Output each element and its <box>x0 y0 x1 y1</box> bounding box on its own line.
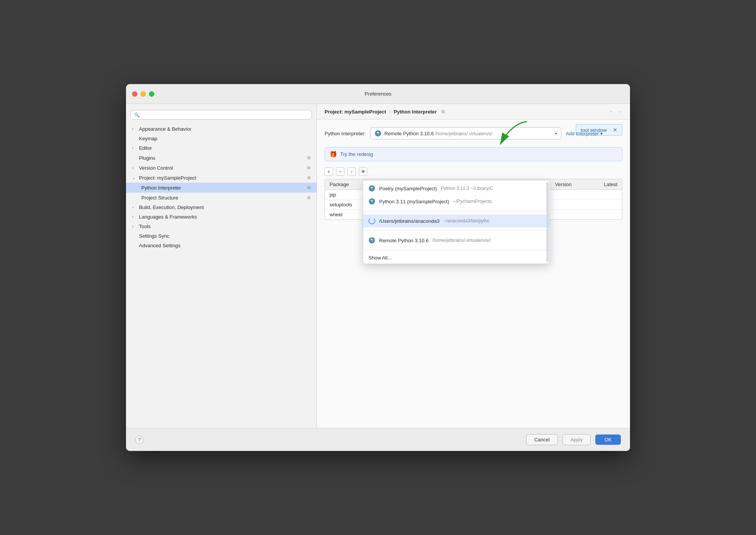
sidebar-item-advanced[interactable]: Advanced Settings <box>126 241 317 250</box>
maximize-button[interactable] <box>149 91 154 97</box>
sidebar-item-label: Plugins <box>139 155 304 161</box>
eye-icon: 👁 <box>361 169 366 175</box>
gift-icon: 🎁 <box>330 151 337 158</box>
search-bar[interactable]: 🔍 <box>131 110 312 120</box>
right-panel: Project: mySampleProject › Python Interp… <box>317 104 630 428</box>
dropdown-item-path: Python 3.11.3 ~/Library/C <box>441 186 493 191</box>
settings-icon: ⚙ <box>306 165 312 171</box>
chevron-down-icon: ⌄ <box>132 176 137 180</box>
dropdown-chevron-icon: ▾ <box>555 131 557 136</box>
nav-arrows: ← → <box>609 109 622 115</box>
svg-point-9 <box>372 202 373 203</box>
chevron-right-icon: › <box>132 205 137 209</box>
dropdown-item-path: ~/PycharmProjects, <box>453 199 493 204</box>
svg-point-3 <box>378 134 379 135</box>
close-button[interactable] <box>132 91 137 97</box>
copy-path-icon[interactable]: ⧉ <box>441 109 445 114</box>
help-button[interactable]: ? <box>135 436 144 444</box>
window-title: Preferences <box>365 91 391 97</box>
dropdown-scrollbar[interactable] <box>546 182 549 262</box>
sidebar-item-appearance[interactable]: › Appearance & Behavior <box>126 124 317 134</box>
dropdown-item-name: /Users/jetbrains/anaconda3 <box>379 218 439 224</box>
sidebar-item-label: Keymap <box>139 136 312 141</box>
packages-toolbar: + − ↑ 👁 <box>325 167 622 176</box>
interpreter-dropdown-popup: Poetry (mySampleProject) Python 3.11.3 ~… <box>363 180 550 264</box>
add-interpreter-label: Add Interpreter <box>566 131 599 136</box>
dropdown-show-all[interactable]: Show All... <box>363 252 549 264</box>
dropdown-item-remote[interactable]: Remote Python 3.10.6 /home/jetbrains/.vi… <box>363 234 549 247</box>
panel-body: tool window ✕ Python Interpreter: <box>317 120 630 428</box>
col-latest-header: Latest <box>572 182 617 187</box>
svg-point-11 <box>371 239 372 240</box>
sidebar-item-label: Project: mySampleProject <box>139 175 304 181</box>
svg-point-8 <box>371 200 372 201</box>
remove-package-button[interactable]: − <box>336 167 344 176</box>
main-content: 🔍 › Appearance & Behavior Keymap › Edito… <box>126 104 630 428</box>
sidebar-item-project-structure[interactable]: Project Structure ⚙ <box>126 193 317 203</box>
minimize-button[interactable] <box>141 91 146 97</box>
upload-package-button[interactable]: ↑ <box>347 167 356 176</box>
interpreter-dropdown[interactable]: Remote Python 3.10.6 /home/jetbrains/.vi… <box>370 127 561 139</box>
sidebar-item-label: Python Interpreter <box>141 185 304 191</box>
sidebar-item-languages[interactable]: › Languages & Frameworks <box>126 212 317 222</box>
add-package-button[interactable]: + <box>325 167 333 176</box>
chevron-right-icon: › <box>132 127 137 131</box>
add-icon: + <box>327 169 330 175</box>
sidebar-item-label: Tools <box>139 224 312 229</box>
sidebar-item-settings-sync[interactable]: Settings Sync <box>126 231 317 241</box>
dropdown-section-3: Remote Python 3.10.6 /home/jetbrains/.vi… <box>363 232 549 248</box>
dropdown-item-python311[interactable]: Python 3.11 (mySampleProject) ~/PycharmP… <box>363 195 549 208</box>
sidebar-item-label: Project Structure <box>141 195 304 201</box>
bottom-bar: ? Cancel Apply OK <box>126 428 630 451</box>
sidebar-item-label: Build, Execution, Deployment <box>139 204 312 210</box>
show-all-label: Show All... <box>368 255 392 261</box>
dropdown-section-1: Poetry (mySampleProject) Python 3.11.3 ~… <box>363 180 549 209</box>
sidebar-item-project[interactable]: ⌄ Project: mySampleProject ⚙ <box>126 173 317 183</box>
nav-back-icon[interactable]: ← <box>609 109 614 115</box>
sidebar-item-label: Version Control <box>139 165 304 171</box>
apply-button[interactable]: Apply <box>562 434 591 445</box>
sidebar-item-label: Languages & Frameworks <box>139 214 312 220</box>
dropdown-section-2: /Users/jetbrains/anaconda3 ~/anaconda3/b… <box>363 213 549 229</box>
sidebar-item-label: Editor <box>139 145 312 151</box>
python-icon <box>368 237 375 244</box>
sidebar-item-version-control[interactable]: › Version Control ⚙ <box>126 163 317 173</box>
loading-icon <box>368 217 375 224</box>
sidebar-item-build[interactable]: › Build, Execution, Deployment <box>126 203 317 212</box>
breadcrumb-current: Python Interpreter <box>394 109 437 115</box>
sidebar-item-keymap[interactable]: Keymap <box>126 134 317 143</box>
breadcrumb: Project: mySampleProject › Python Interp… <box>317 104 630 120</box>
sidebar: 🔍 › Appearance & Behavior Keymap › Edito… <box>126 104 317 428</box>
dropdown-item-path: /home/jetbrains/.virtualenvs/r <box>432 238 491 243</box>
dropdown-separator <box>363 211 549 211</box>
add-interpreter-button[interactable]: Add Interpreter ▾ <box>566 131 603 136</box>
sidebar-item-editor[interactable]: › Editor <box>126 143 317 153</box>
chevron-right-icon: › <box>132 166 137 170</box>
title-bar: Preferences <box>126 84 630 104</box>
svg-point-6 <box>372 189 373 190</box>
settings-icon: ⚙ <box>306 175 312 181</box>
python-icon <box>368 185 375 192</box>
search-input[interactable] <box>142 112 309 118</box>
interpreter-row: Python Interpreter: <box>325 127 622 139</box>
interpreter-selected-path: /home/jetbrains/.virtualenvs/ <box>435 131 492 136</box>
cancel-button[interactable]: Cancel <box>526 434 557 445</box>
python-icon <box>368 198 375 205</box>
dropdown-item-poetry[interactable]: Poetry (mySampleProject) Python 3.11.3 ~… <box>363 182 549 195</box>
sidebar-item-plugins[interactable]: Plugins ⚙ <box>126 153 317 163</box>
python-icon <box>375 130 381 137</box>
sidebar-item-tools[interactable]: › Tools <box>126 222 317 231</box>
chevron-right-icon: › <box>132 146 137 150</box>
upload-icon: ↑ <box>351 169 353 175</box>
interpreter-label: Python Interpreter: <box>325 131 366 136</box>
sidebar-item-python-interpreter[interactable]: Python Interpreter ⚙ <box>126 183 317 193</box>
nav-forward-icon[interactable]: → <box>617 109 622 115</box>
ok-button[interactable]: OK <box>595 434 621 445</box>
eye-button[interactable]: 👁 <box>359 167 367 176</box>
dropdown-separator <box>363 250 549 250</box>
add-interpreter-chevron-icon: ▾ <box>600 131 603 136</box>
dropdown-item-anaconda[interactable]: /Users/jetbrains/anaconda3 ~/anaconda3/b… <box>363 214 549 227</box>
banner-text: Try the redesig <box>340 151 373 157</box>
sidebar-item-label: Appearance & Behavior <box>139 126 312 132</box>
settings-icon: ⚙ <box>306 195 312 201</box>
